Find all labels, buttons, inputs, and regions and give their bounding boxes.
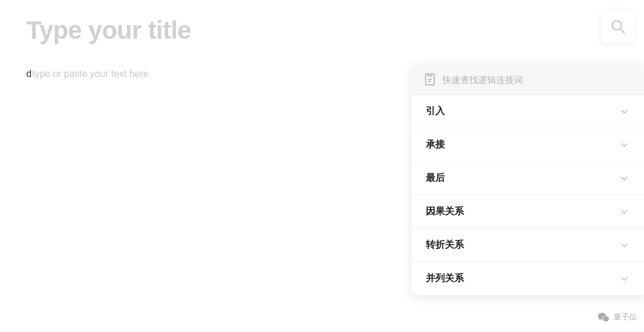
- search-icon: [609, 18, 626, 35]
- category-item-finally[interactable]: 最后: [411, 162, 644, 195]
- main-area: d type or paste your text here 引入 承接: [0, 0, 644, 332]
- chevron-down-icon-intro: [619, 106, 630, 117]
- search-button[interactable]: [601, 10, 634, 43]
- connector-panel: 引入 承接 最后 因果关系: [411, 64, 644, 295]
- panel-search-row: [411, 64, 644, 95]
- wechat-icon: [597, 311, 610, 324]
- category-label-contrast: 转折关系: [426, 239, 464, 251]
- category-list: 引入 承接 最后 因果关系: [411, 95, 644, 295]
- category-item-contrast[interactable]: 转折关系: [411, 229, 644, 262]
- svg-rect-2: [428, 74, 432, 76]
- connector-search-input[interactable]: [442, 75, 632, 85]
- category-label-intro: 引入: [426, 105, 445, 118]
- category-item-causality[interactable]: 因果关系: [411, 195, 644, 229]
- watermark: 量子位: [597, 311, 637, 324]
- category-label-causality: 因果关系: [426, 205, 464, 218]
- chevron-down-icon-contrast: [619, 240, 630, 251]
- category-item-intro[interactable]: 引入: [411, 95, 644, 128]
- chevron-down-icon-transition: [619, 140, 630, 150]
- category-label-parallel: 并列关系: [426, 272, 464, 285]
- title-input[interactable]: [26, 16, 372, 45]
- category-label-finally: 最后: [426, 172, 445, 185]
- clipboard-icon: [423, 73, 436, 86]
- category-item-transition[interactable]: 承接: [411, 128, 644, 162]
- chevron-down-icon-parallel: [619, 273, 630, 284]
- chevron-down-icon-finally: [619, 173, 630, 184]
- category-item-parallel[interactable]: 并列关系: [411, 262, 644, 295]
- text-editor[interactable]: [26, 69, 372, 248]
- chevron-down-icon-causality: [619, 207, 630, 217]
- svg-line-1: [620, 29, 624, 32]
- category-label-transition: 承接: [426, 139, 445, 151]
- watermark-text: 量子位: [614, 312, 637, 322]
